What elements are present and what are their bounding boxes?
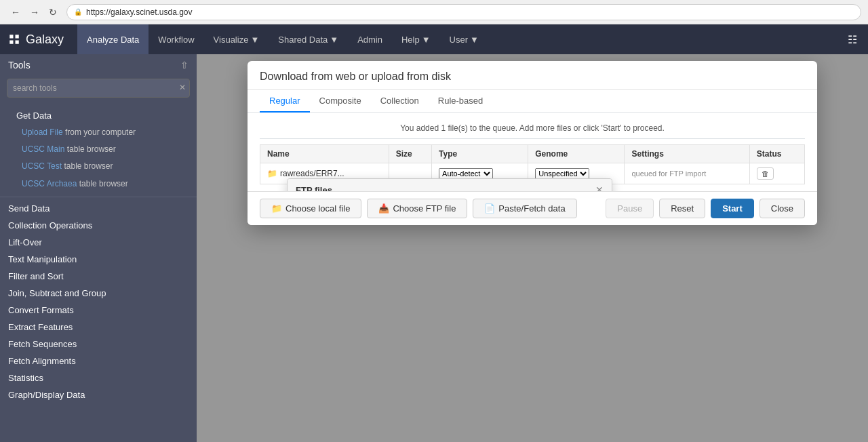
lock-icon: 🔒 [74, 8, 82, 16]
sidebar-item-lift-over[interactable]: Lift-Over [0, 234, 197, 251]
sidebar-item-text-manipulation[interactable]: Text Manipulation [0, 251, 197, 268]
sidebar-item-ucsc-main[interactable]: UCSC Main table browser [8, 141, 189, 158]
close-button[interactable]: Close [760, 199, 805, 218]
sidebar-item-get-data[interactable]: Get Data [8, 107, 189, 124]
sidebar-search-area: ✕ [0, 76, 197, 103]
ftp-popup-title: FTP files [296, 185, 332, 192]
chevron-down-icon: ▼ [330, 35, 338, 45]
chevron-down-icon: ▼ [250, 35, 259, 45]
folder-icon: 📁 [271, 203, 282, 214]
col-type: Type [432, 145, 528, 163]
brand-name: Galaxy [26, 33, 64, 47]
nav-workflow[interactable]: Workflow [149, 24, 203, 54]
url-text: https://galaxy.scinet.usda.gov [86, 7, 193, 17]
chevron-down-icon: ▼ [422, 35, 431, 45]
nav-visualize[interactable]: Visualize ▼ [204, 24, 269, 54]
modal-overlay: Download from web or upload from disk Re… [197, 54, 868, 442]
brand-logo: Galaxy [8, 33, 64, 47]
main-content: Download from web or upload from disk Re… [197, 54, 868, 442]
search-clear-icon[interactable]: ✕ [179, 83, 186, 92]
top-navigation: Galaxy Analyze Data Workflow Visualize ▼… [0, 24, 868, 54]
search-wrap: ✕ [7, 79, 190, 98]
search-input[interactable] [7, 79, 190, 98]
tab-rule-based[interactable]: Rule-based [429, 90, 493, 113]
file-settings-cell: queued for FTP import [625, 163, 749, 184]
sidebar-item-send-data[interactable]: Send Data [0, 200, 197, 217]
nav-user[interactable]: User ▼ [440, 24, 488, 54]
modal-info-bar: You added 1 file(s) to the queue. Add mo… [260, 119, 805, 139]
choose-ftp-file-button[interactable]: 📥 Choose FTP file [367, 199, 467, 218]
tab-collection[interactable]: Collection [371, 90, 429, 113]
genome-select[interactable]: Unspecified [535, 168, 589, 179]
app-layout: Tools ⇧ ✕ Get Data Upload File from your… [0, 54, 868, 442]
ftp-icon: 📥 [378, 203, 389, 214]
modal-title: Download from web or upload from disk [260, 71, 805, 83]
ftp-popup: FTP files ✕ This Galaxy server allows yo… [287, 178, 612, 191]
modal-footer: 📁 Choose local file 📥 Choose FTP file 📄 … [248, 191, 817, 225]
delete-row-button[interactable]: 🗑 [757, 167, 774, 180]
sidebar-item-fetch-alignments[interactable]: Fetch Alignments [0, 353, 197, 369]
url-bar[interactable]: 🔒 https://galaxy.scinet.usda.gov [66, 4, 861, 20]
start-button[interactable]: Start [711, 199, 754, 218]
nav-links: Analyze Data Workflow Visualize ▼ Shared… [77, 24, 845, 54]
sidebar: Tools ⇧ ✕ Get Data Upload File from your… [0, 54, 197, 442]
ftp-popup-header: FTP files ✕ [288, 179, 612, 191]
nav-admin[interactable]: Admin [348, 24, 392, 54]
paste-fetch-button[interactable]: 📄 Paste/Fetch data [473, 199, 576, 218]
nav-help[interactable]: Help ▼ [392, 24, 440, 54]
sidebar-item-upload-file[interactable]: Upload File from your computer [8, 124, 189, 141]
reset-button[interactable]: Reset [659, 199, 705, 218]
tools-title: Tools [8, 60, 31, 71]
choose-local-file-button[interactable]: 📁 Choose local file [260, 199, 361, 218]
sidebar-section-get-data: Get Data Upload File from your computer … [0, 103, 197, 194]
back-button[interactable]: ← [7, 5, 24, 19]
sidebar-item-ucsc-archaea[interactable]: UCSC Archaea table browser [8, 176, 189, 193]
sidebar-item-statistics[interactable]: Statistics [0, 369, 197, 386]
upload-modal: Download from web or upload from disk Re… [248, 61, 817, 225]
chevron-down-icon: ▼ [470, 35, 479, 45]
tab-composite[interactable]: Composite [310, 90, 371, 113]
sidebar-item-join-subtract[interactable]: Join, Subtract and Group [0, 285, 197, 302]
col-genome: Genome [528, 145, 625, 163]
folder-icon: 📁 [267, 169, 277, 178]
topnav-right: ☷ [845, 31, 860, 49]
forward-button[interactable]: → [26, 5, 43, 19]
col-settings: Settings [625, 145, 749, 163]
col-name: Name [260, 145, 389, 163]
browser-bar: ← → ↻ 🔒 https://galaxy.scinet.usda.gov [0, 0, 868, 24]
upload-area: Name Size Type Genome Settings Status [260, 144, 805, 184]
nav-analyze-data[interactable]: Analyze Data [77, 24, 149, 54]
paste-icon: 📄 [484, 203, 495, 214]
modal-tabs: Regular Composite Collection Rule-based [248, 90, 817, 113]
file-status-cell: 🗑 [749, 163, 804, 184]
sidebar-item-collection-operations[interactable]: Collection Operations [0, 217, 197, 234]
sidebar-item-extract-features[interactable]: Extract Features [0, 319, 197, 336]
col-size: Size [389, 145, 431, 163]
sidebar-tools-header: Tools ⇧ [0, 54, 197, 76]
ftp-close-button[interactable]: ✕ [595, 184, 604, 191]
type-select[interactable]: Auto-detect [439, 168, 493, 179]
pause-button: Pause [606, 199, 654, 218]
modal-body: You added 1 file(s) to the queue. Add mo… [248, 113, 817, 191]
sidebar-item-fetch-sequences[interactable]: Fetch Sequences [0, 336, 197, 353]
sidebar-divider [0, 197, 197, 197]
upload-icon[interactable]: ⇧ [180, 60, 189, 71]
col-status: Status [749, 145, 804, 163]
sidebar-item-filter-sort[interactable]: Filter and Sort [0, 268, 197, 285]
nav-shared-data[interactable]: Shared Data ▼ [269, 24, 348, 54]
sidebar-item-convert-formats[interactable]: Convert Formats [0, 302, 197, 319]
refresh-button[interactable]: ↻ [45, 5, 61, 19]
tab-regular[interactable]: Regular [260, 90, 310, 113]
modal-header: Download from web or upload from disk [248, 61, 817, 90]
sidebar-item-graph-display[interactable]: Graph/Display Data [0, 386, 197, 403]
grid-icon[interactable]: ☷ [845, 31, 860, 49]
browser-nav: ← → ↻ [7, 5, 61, 19]
sidebar-item-ucsc-test[interactable]: UCSC Test table browser [8, 158, 189, 175]
